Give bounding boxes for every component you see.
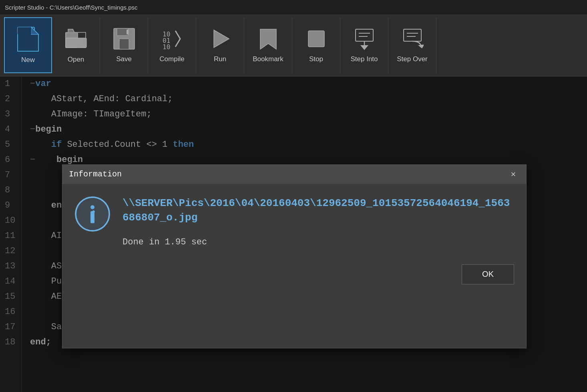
compile-icon: 10 01 10 xyxy=(161,28,183,52)
stepover-label: Step Over xyxy=(397,55,428,63)
information-dialog: Information × i \\SERVER\Pics\2016\04\20… xyxy=(62,164,527,348)
toolbar-btn-stop[interactable]: Stop xyxy=(292,17,340,73)
dialog-subtext: Done in 1.95 sec xyxy=(123,235,514,250)
toolbar-btn-stepover[interactable]: Step Over xyxy=(388,17,436,73)
toolbar: New Open Save 10 xyxy=(0,14,587,76)
toolbar-btn-compile[interactable]: 10 01 10 Compile xyxy=(148,17,196,73)
stop-icon xyxy=(305,28,328,52)
toolbar-btn-new[interactable]: New xyxy=(4,17,52,73)
new-label: New xyxy=(21,56,35,64)
svg-rect-19 xyxy=(404,29,421,41)
info-icon: i xyxy=(74,196,111,238)
app-title: Scripter Studio - C:\Users\Geoff\Sync_ti… xyxy=(5,4,138,11)
ok-button[interactable]: OK xyxy=(462,264,514,284)
dialog-title: Information xyxy=(69,167,122,182)
dialog-close-button[interactable]: × xyxy=(507,168,520,181)
toolbar-btn-save[interactable]: Save xyxy=(100,17,148,73)
svg-rect-7 xyxy=(119,39,129,49)
svg-rect-13 xyxy=(308,31,324,47)
svg-rect-4 xyxy=(66,38,86,48)
svg-rect-8 xyxy=(127,30,129,34)
new-icon xyxy=(17,26,39,53)
dialog-footer: OK xyxy=(62,258,526,294)
svg-rect-6 xyxy=(117,28,128,36)
svg-marker-16 xyxy=(360,45,368,50)
bookmark-icon xyxy=(257,28,279,52)
compile-label: Compile xyxy=(159,55,184,63)
title-bar: Scripter Studio - C:\Users\Geoff\Sync_ti… xyxy=(0,0,587,14)
dialog-body: i \\SERVER\Pics\2016\04\20160403\1296250… xyxy=(62,184,526,258)
run-label: Run xyxy=(214,55,226,63)
svg-marker-12 xyxy=(214,30,229,48)
toolbar-btn-run[interactable]: Run xyxy=(196,17,244,73)
svg-marker-20 xyxy=(418,44,424,48)
save-label: Save xyxy=(116,55,132,63)
dialog-text-area: \\SERVER\Pics\2016\04\20160403\12962509_… xyxy=(123,196,514,250)
toolbar-btn-open[interactable]: Open xyxy=(52,17,100,73)
toolbar-btn-stepinto[interactable]: Step Into xyxy=(340,17,388,73)
toolbar-btn-bookmark[interactable]: Bookmark xyxy=(244,17,292,73)
stop-label: Stop xyxy=(309,55,323,63)
editor-area[interactable]: 1 2 3 4 5 6 7 8 9 10 11 12 13 14 15 16 1… xyxy=(0,76,587,392)
dialog-overlay: Information × i \\SERVER\Pics\2016\04\20… xyxy=(0,76,587,392)
svg-text:10: 10 xyxy=(163,43,170,50)
open-icon xyxy=(65,27,87,52)
save-icon xyxy=(113,28,135,52)
svg-rect-2 xyxy=(18,27,31,34)
stepinto-icon xyxy=(353,28,376,52)
dialog-titlebar: Information × xyxy=(62,165,526,184)
dialog-message: \\SERVER\Pics\2016\04\20160403\12962509_… xyxy=(123,196,514,225)
stepover-icon xyxy=(401,28,424,52)
open-label: Open xyxy=(68,56,84,64)
bookmark-label: Bookmark xyxy=(253,55,283,63)
svg-text:i: i xyxy=(90,207,95,226)
run-icon xyxy=(209,28,231,52)
stepinto-label: Step Into xyxy=(350,55,378,63)
svg-rect-14 xyxy=(356,29,373,41)
